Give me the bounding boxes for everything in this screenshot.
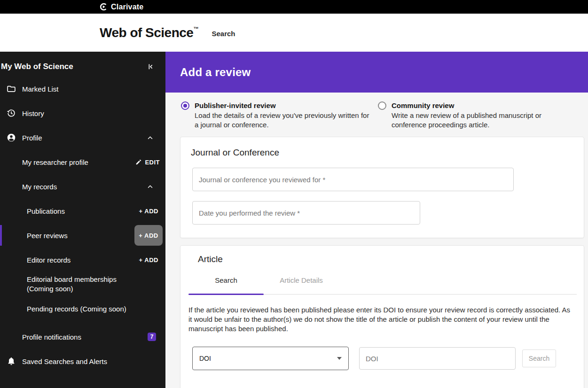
notifications-count-badge: 7 [148, 333, 156, 341]
top-bar: Clarivate [0, 0, 588, 14]
review-type-texts: Publisher-invited review Load the detail… [195, 101, 369, 130]
journal-or-conference-card: Journal or Conference [180, 137, 584, 238]
sidebar-item-my-researcher-profile[interactable]: My researcher profile EDIT [0, 150, 165, 174]
sidebar-item-label: Publications [27, 207, 65, 215]
publications-action-slot: + ADD [139, 208, 165, 215]
search-field-type-value: DOI [199, 355, 211, 362]
review-type-selector: Publisher-invited review Load the detail… [165, 93, 588, 130]
folder-icon [7, 84, 16, 93]
sidebar-header: My Web of Science [0, 52, 165, 71]
radio-unselected-icon[interactable] [378, 101, 386, 110]
sidebar-item-label: My records [22, 183, 57, 191]
sidebar-item-history[interactable]: History [0, 101, 165, 125]
sidebar-item-profile[interactable]: Profile [0, 125, 165, 150]
doi-search-row: DOI Search [192, 347, 584, 370]
review-type-description: Load the details of a review you've prev… [195, 111, 369, 130]
review-type-label: Community review [392, 101, 549, 110]
page-title: Add a review [180, 66, 251, 79]
review-date-input[interactable] [193, 202, 420, 224]
add-peer-review-button[interactable]: + ADD [134, 225, 163, 246]
sidebar-collapse-button[interactable] [147, 63, 154, 70]
nav-item-search[interactable]: Search [212, 30, 235, 38]
review-type-publisher-invited[interactable]: Publisher-invited review Load the detail… [181, 101, 378, 130]
doi-input[interactable] [360, 348, 515, 369]
sidebar-item-marked-list[interactable]: Marked List [0, 77, 165, 101]
sidebar-item-editorial-board-memberships[interactable]: Editorial board memberships (Coming soon… [0, 272, 165, 296]
clarivate-brand[interactable]: Clarivate [100, 3, 143, 11]
review-type-label: Publisher-invited review [195, 101, 369, 110]
journal-field-wrapper [192, 168, 514, 191]
review-type-description: Write a new review of a published manusc… [392, 111, 549, 130]
sidebar-item-peer-reviews[interactable]: Peer reviews + ADD [0, 223, 165, 248]
sidebar-item-label: Pending records (Coming soon) [27, 305, 126, 313]
history-icon [7, 109, 16, 118]
web-of-science-logo[interactable]: Web of Science™ [100, 25, 198, 40]
add-editor-record-button[interactable]: + ADD [139, 256, 158, 264]
sidebar: My Web of Science Marked List [0, 52, 165, 388]
article-card: Article Search Article Details If the ar… [180, 245, 584, 388]
app-header: Web of Science™ Search [0, 14, 588, 52]
article-tabs: Search Article Details [188, 276, 577, 295]
sidebar-item-label: Editor records [27, 256, 71, 264]
sidebar-item-label: Profile [22, 134, 42, 142]
article-card-title: Article [198, 254, 584, 264]
review-type-texts: Community review Write a new review of a… [392, 101, 549, 130]
caret-down-icon [337, 357, 342, 360]
tab-search[interactable]: Search [188, 276, 264, 294]
profile-expand-slot [147, 134, 165, 141]
doi-explanation-text: If the article you reviewed has been pub… [188, 305, 573, 334]
sidebar-item-label: My researcher profile [22, 158, 88, 166]
active-item-indicator [0, 225, 2, 246]
review-date-field-wrapper [192, 201, 420, 225]
peer-reviews-action-slot: + ADD [134, 225, 165, 246]
edit-button[interactable]: EDIT [135, 159, 160, 166]
profile-icon [7, 133, 16, 142]
sidebar-item-saved-searches[interactable]: Saved Searches and Alerts [0, 349, 165, 373]
sidebar-spacer [0, 321, 165, 325]
sidebar-item-label: History [22, 109, 44, 117]
editor-records-action-slot: + ADD [139, 256, 165, 264]
add-publication-button[interactable]: + ADD [139, 208, 158, 215]
web-of-science-logo-text: Web of Science [100, 25, 193, 40]
review-type-community[interactable]: Community review Write a new review of a… [378, 101, 549, 130]
sidebar-item-my-records[interactable]: My records [0, 174, 165, 199]
sidebar-nav: Marked List History [0, 77, 165, 373]
pencil-icon [135, 159, 142, 165]
edit-button-label: EDIT [145, 159, 160, 166]
sidebar-item-label: Saved Searches and Alerts [22, 357, 107, 365]
sidebar-item-label: Marked List [22, 85, 59, 93]
chevron-up-icon[interactable] [147, 134, 154, 141]
trademark-symbol: ™ [193, 26, 198, 31]
bell-icon [7, 357, 16, 366]
sidebar-title: My Web of Science [1, 62, 73, 71]
sidebar-item-label: Peer reviews [27, 232, 68, 240]
journal-input[interactable] [193, 168, 513, 191]
radio-selected-icon[interactable] [181, 101, 189, 110]
main-content: Add a review Publisher-invited review Lo… [165, 52, 588, 388]
doi-field-wrapper [359, 347, 516, 370]
page-shell: My Web of Science Marked List [0, 52, 588, 388]
journal-card-title: Journal or Conference [191, 147, 584, 158]
sidebar-item-profile-notifications[interactable]: Profile notifications 7 [0, 325, 165, 349]
sidebar-item-publications[interactable]: Publications + ADD [0, 199, 165, 223]
clarivate-brand-label: Clarivate [111, 3, 143, 11]
my-records-expand-slot [147, 183, 165, 190]
page-header: Add a review [165, 52, 588, 93]
sidebar-item-editor-records[interactable]: Editor records + ADD [0, 248, 165, 272]
sidebar-item-label: Profile notifications [22, 333, 81, 341]
collapse-icon [147, 63, 154, 70]
sidebar-item-label: Editorial board memberships (Coming soon… [27, 275, 140, 294]
clarivate-icon [100, 3, 108, 11]
sidebar-item-pending-records[interactable]: Pending records (Coming soon) [0, 296, 165, 321]
search-field-type-select[interactable]: DOI [192, 347, 349, 370]
edit-slot: EDIT [135, 159, 165, 166]
tab-article-details[interactable]: Article Details [264, 276, 339, 294]
chevron-up-icon[interactable] [147, 183, 154, 190]
notifications-badge-slot: 7 [148, 333, 165, 341]
search-button[interactable]: Search [522, 349, 556, 367]
